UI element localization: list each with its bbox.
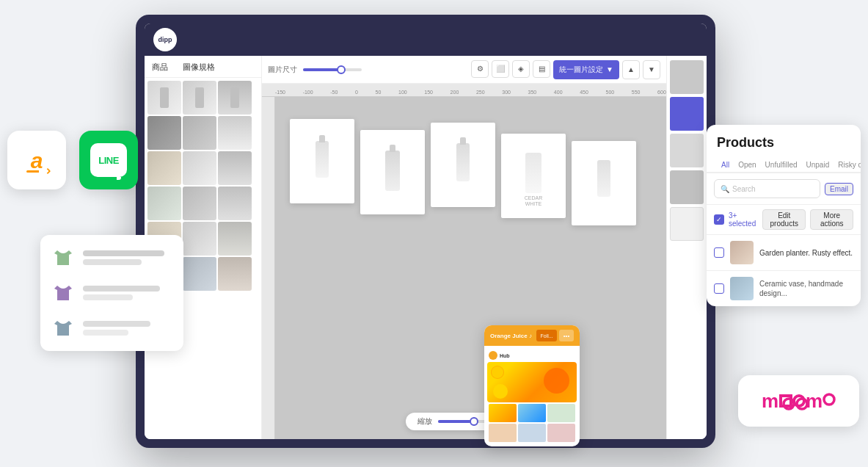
fruit-decoration-small [493, 384, 508, 399]
product-list-item-1 [51, 245, 173, 270]
edit-products-button[interactable]: Edit products [762, 209, 806, 230]
ruler-marks: -150 -100 -50 0 50 100 150 200 250 300 3… [275, 90, 666, 95]
amazon-card: a [7, 131, 66, 189]
bulk-checkbox[interactable]: ✓ [714, 214, 724, 225]
tshirt-icon-1 [51, 245, 76, 270]
product-row [147, 116, 258, 150]
product-checkbox-1[interactable] [714, 247, 724, 258]
social-grid [487, 402, 577, 444]
social-content: Hub [484, 346, 580, 446]
canvas-content: CEDARWHITE [275, 97, 666, 439]
product-thumbnail[interactable] [147, 116, 181, 150]
product-row [147, 187, 258, 220]
product-image-1 [730, 241, 754, 264]
canvas-frame-1[interactable] [290, 119, 354, 203]
ruler: -150 -100 -50 0 50 100 150 200 250 300 3… [262, 84, 666, 97]
search-icon: 🔍 [721, 185, 729, 193]
social-title: Orange Juice ♪ [490, 333, 532, 339]
products-tabs: All Open Unfulfilled Unpaid Risky orders… [707, 158, 861, 173]
product-image-2 [730, 277, 754, 300]
product-thumbnail[interactable] [183, 257, 216, 291]
nav-down-btn[interactable]: ▼ [643, 60, 660, 79]
format-thumb-2[interactable] [670, 97, 704, 131]
frame-product-1 [307, 132, 337, 191]
email-button[interactable]: Email [825, 183, 853, 195]
product-thumbnail[interactable] [218, 187, 252, 220]
zoom-label: 縮放 [417, 416, 432, 427]
product-thumbnail[interactable] [218, 116, 252, 150]
canvas-area: 圖片尺寸 ⚙ ⬜ ◈ ▤ 統一圖片設定 ▼ [262, 56, 666, 439]
product-thumbnail[interactable] [218, 222, 252, 256]
more-actions-button[interactable]: More actions [810, 209, 853, 230]
fruit-slice [491, 366, 504, 379]
canvas-workspace[interactable]: CEDARWHITE [262, 97, 666, 439]
products-tab-risky[interactable]: Risky orders [834, 158, 861, 173]
shape-icon-btn[interactable]: ◈ [512, 60, 530, 78]
tab-products[interactable]: 商品 [152, 62, 168, 73]
format-thumb-4[interactable] [670, 170, 704, 204]
tab-image-format[interactable]: 圖像規格 [183, 62, 215, 73]
products-action-row: ✓ 3+ selected Edit products More actions [707, 205, 861, 235]
product-item-2[interactable]: Ceramic vase, handmade design... [707, 271, 861, 306]
image-size-slider[interactable] [303, 68, 362, 71]
layout-icon-btn[interactable]: ▤ [533, 60, 550, 78]
momo-logo: m m [762, 390, 836, 413]
social-grid-item-2 [518, 404, 546, 422]
product-lines-2 [83, 286, 173, 300]
canvas-frame-2[interactable] [360, 130, 425, 214]
top-bar: dipp [145, 23, 707, 56]
search-box[interactable]: 🔍 Search [714, 179, 820, 198]
format-thumb-3[interactable] [670, 134, 704, 167]
product-thumbnail[interactable] [183, 222, 216, 256]
panel-header: 商品 圖像規格 [145, 56, 261, 78]
app-logo: dipp [153, 28, 177, 51]
products-panel-title: Products [707, 125, 861, 158]
unified-settings-btn[interactable]: 統一圖片設定 ▼ [553, 60, 619, 79]
product-thumbnail[interactable] [147, 151, 181, 185]
product-thumbnail[interactable] [147, 81, 181, 115]
product-item-1[interactable]: Garden planter. Rusty effect. [707, 235, 861, 271]
social-fruit-image [487, 362, 577, 402]
social-follow-btn[interactable]: Foll... [536, 330, 557, 341]
product-row [147, 81, 258, 115]
product-thumbnail[interactable] [183, 187, 216, 220]
select-icon-btn[interactable]: ⬜ [492, 60, 509, 78]
selected-count-label: 3+ selected [729, 211, 758, 228]
product-name-2: Ceramic vase, handmade design... [759, 279, 853, 298]
amazon-logo: a [31, 148, 43, 173]
frame-product-2 [378, 143, 407, 202]
product-thumbnail[interactable] [218, 151, 252, 185]
canvas-frame-5[interactable] [572, 141, 636, 225]
product-thumbnail[interactable] [218, 81, 252, 115]
adjust-icon-btn[interactable]: ⚙ [471, 60, 489, 78]
format-panel [666, 56, 707, 439]
products-tab-all[interactable]: All [717, 158, 734, 173]
product-checkbox-2[interactable] [714, 283, 724, 294]
product-list-item-2 [51, 280, 173, 305]
social-grid-item-1 [489, 404, 517, 422]
fruit-decoration-big [544, 368, 569, 394]
product-thumbnail[interactable] [183, 81, 216, 115]
canvas-frame-4[interactable]: CEDARWHITE [501, 134, 566, 218]
canvas-frame-3[interactable] [431, 123, 495, 207]
products-tab-unfulfilled[interactable]: Unfulfilled [761, 158, 802, 173]
nav-up-btn[interactable]: ▲ [622, 60, 640, 79]
product-thumbnail[interactable] [183, 116, 216, 150]
product-thumbnail[interactable] [218, 257, 252, 291]
social-grid-item-3 [547, 404, 575, 422]
product-name-1: Garden planter. Rusty effect. [759, 248, 853, 258]
format-thumb-5[interactable] [670, 207, 704, 241]
product-thumbnail[interactable] [183, 151, 216, 185]
social-grid-item-5 [518, 424, 546, 442]
format-thumb-1[interactable] [670, 60, 704, 94]
social-more-btn[interactable]: ••• [559, 330, 574, 341]
left-ruler [262, 97, 275, 439]
image-size-label: 圖片尺寸 [268, 65, 297, 75]
svg-point-2 [824, 394, 834, 405]
product-thumbnail[interactable] [147, 187, 181, 220]
products-tab-open[interactable]: Open [734, 158, 760, 173]
products-tab-unpaid[interactable]: Unpaid [802, 158, 834, 173]
line-card: LINE [79, 131, 138, 189]
product-row [147, 151, 258, 185]
tshirt-icon-3 [51, 316, 76, 341]
